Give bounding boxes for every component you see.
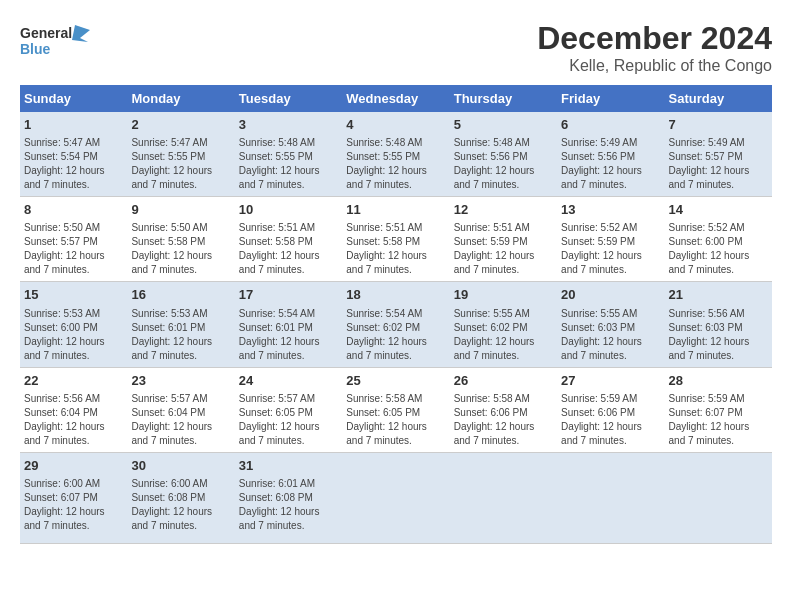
calendar-week-row: 1Sunrise: 5:47 AM Sunset: 5:54 PM Daylig… bbox=[20, 112, 772, 197]
day-number: 6 bbox=[561, 116, 660, 134]
calendar-day-cell: 1Sunrise: 5:47 AM Sunset: 5:54 PM Daylig… bbox=[20, 112, 127, 197]
day-info: Sunrise: 5:59 AM Sunset: 6:06 PM Dayligh… bbox=[561, 392, 660, 448]
day-info: Sunrise: 5:50 AM Sunset: 5:57 PM Dayligh… bbox=[24, 221, 123, 277]
svg-text:General: General bbox=[20, 25, 72, 41]
calendar-day-header: Sunday bbox=[20, 85, 127, 112]
day-number: 22 bbox=[24, 372, 123, 390]
day-info: Sunrise: 5:47 AM Sunset: 5:54 PM Dayligh… bbox=[24, 136, 123, 192]
day-info: Sunrise: 6:00 AM Sunset: 6:08 PM Dayligh… bbox=[131, 477, 230, 533]
calendar-day-cell: 19Sunrise: 5:55 AM Sunset: 6:02 PM Dayli… bbox=[450, 282, 557, 367]
calendar-day-cell: 15Sunrise: 5:53 AM Sunset: 6:00 PM Dayli… bbox=[20, 282, 127, 367]
day-info: Sunrise: 5:54 AM Sunset: 6:01 PM Dayligh… bbox=[239, 307, 338, 363]
calendar-day-cell: 18Sunrise: 5:54 AM Sunset: 6:02 PM Dayli… bbox=[342, 282, 449, 367]
day-info: Sunrise: 5:51 AM Sunset: 5:59 PM Dayligh… bbox=[454, 221, 553, 277]
page-subtitle: Kelle, Republic of the Congo bbox=[537, 57, 772, 75]
day-number: 19 bbox=[454, 286, 553, 304]
calendar-day-cell: 31Sunrise: 6:01 AM Sunset: 6:08 PM Dayli… bbox=[235, 452, 342, 543]
calendar-day-cell: 14Sunrise: 5:52 AM Sunset: 6:00 PM Dayli… bbox=[665, 197, 772, 282]
day-info: Sunrise: 5:56 AM Sunset: 6:03 PM Dayligh… bbox=[669, 307, 768, 363]
calendar-day-cell: 10Sunrise: 5:51 AM Sunset: 5:58 PM Dayli… bbox=[235, 197, 342, 282]
day-number: 17 bbox=[239, 286, 338, 304]
day-number: 7 bbox=[669, 116, 768, 134]
calendar-day-cell: 27Sunrise: 5:59 AM Sunset: 6:06 PM Dayli… bbox=[557, 367, 664, 452]
calendar-day-cell bbox=[450, 452, 557, 543]
calendar-day-cell: 25Sunrise: 5:58 AM Sunset: 6:05 PM Dayli… bbox=[342, 367, 449, 452]
title-area: December 2024 Kelle, Republic of the Con… bbox=[537, 20, 772, 75]
calendar-day-header: Thursday bbox=[450, 85, 557, 112]
day-number: 15 bbox=[24, 286, 123, 304]
day-number: 12 bbox=[454, 201, 553, 219]
calendar-day-cell: 26Sunrise: 5:58 AM Sunset: 6:06 PM Dayli… bbox=[450, 367, 557, 452]
calendar-table: SundayMondayTuesdayWednesdayThursdayFrid… bbox=[20, 85, 772, 544]
calendar-day-cell: 29Sunrise: 6:00 AM Sunset: 6:07 PM Dayli… bbox=[20, 452, 127, 543]
calendar-day-header: Tuesday bbox=[235, 85, 342, 112]
day-info: Sunrise: 5:58 AM Sunset: 6:06 PM Dayligh… bbox=[454, 392, 553, 448]
calendar-day-cell: 22Sunrise: 5:56 AM Sunset: 6:04 PM Dayli… bbox=[20, 367, 127, 452]
day-number: 13 bbox=[561, 201, 660, 219]
day-info: Sunrise: 5:50 AM Sunset: 5:58 PM Dayligh… bbox=[131, 221, 230, 277]
day-info: Sunrise: 5:48 AM Sunset: 5:56 PM Dayligh… bbox=[454, 136, 553, 192]
calendar-day-cell bbox=[665, 452, 772, 543]
day-number: 11 bbox=[346, 201, 445, 219]
day-number: 10 bbox=[239, 201, 338, 219]
day-info: Sunrise: 5:57 AM Sunset: 6:04 PM Dayligh… bbox=[131, 392, 230, 448]
day-info: Sunrise: 5:47 AM Sunset: 5:55 PM Dayligh… bbox=[131, 136, 230, 192]
day-number: 26 bbox=[454, 372, 553, 390]
calendar-day-cell: 13Sunrise: 5:52 AM Sunset: 5:59 PM Dayli… bbox=[557, 197, 664, 282]
day-number: 4 bbox=[346, 116, 445, 134]
calendar-day-cell: 7Sunrise: 5:49 AM Sunset: 5:57 PM Daylig… bbox=[665, 112, 772, 197]
day-info: Sunrise: 5:57 AM Sunset: 6:05 PM Dayligh… bbox=[239, 392, 338, 448]
calendar-week-row: 22Sunrise: 5:56 AM Sunset: 6:04 PM Dayli… bbox=[20, 367, 772, 452]
calendar-day-cell: 16Sunrise: 5:53 AM Sunset: 6:01 PM Dayli… bbox=[127, 282, 234, 367]
day-number: 1 bbox=[24, 116, 123, 134]
day-info: Sunrise: 5:55 AM Sunset: 6:03 PM Dayligh… bbox=[561, 307, 660, 363]
calendar-day-cell: 5Sunrise: 5:48 AM Sunset: 5:56 PM Daylig… bbox=[450, 112, 557, 197]
day-info: Sunrise: 5:55 AM Sunset: 6:02 PM Dayligh… bbox=[454, 307, 553, 363]
day-info: Sunrise: 5:52 AM Sunset: 5:59 PM Dayligh… bbox=[561, 221, 660, 277]
day-info: Sunrise: 5:54 AM Sunset: 6:02 PM Dayligh… bbox=[346, 307, 445, 363]
day-info: Sunrise: 5:56 AM Sunset: 6:04 PM Dayligh… bbox=[24, 392, 123, 448]
page-title: December 2024 bbox=[537, 20, 772, 57]
day-info: Sunrise: 5:53 AM Sunset: 6:01 PM Dayligh… bbox=[131, 307, 230, 363]
day-info: Sunrise: 5:59 AM Sunset: 6:07 PM Dayligh… bbox=[669, 392, 768, 448]
calendar-day-cell: 2Sunrise: 5:47 AM Sunset: 5:55 PM Daylig… bbox=[127, 112, 234, 197]
header: GeneralBlue December 2024 Kelle, Republi… bbox=[20, 20, 772, 75]
day-info: Sunrise: 5:58 AM Sunset: 6:05 PM Dayligh… bbox=[346, 392, 445, 448]
calendar-day-cell: 3Sunrise: 5:48 AM Sunset: 5:55 PM Daylig… bbox=[235, 112, 342, 197]
day-number: 2 bbox=[131, 116, 230, 134]
calendar-day-cell: 17Sunrise: 5:54 AM Sunset: 6:01 PM Dayli… bbox=[235, 282, 342, 367]
calendar-day-cell: 30Sunrise: 6:00 AM Sunset: 6:08 PM Dayli… bbox=[127, 452, 234, 543]
day-info: Sunrise: 6:00 AM Sunset: 6:07 PM Dayligh… bbox=[24, 477, 123, 533]
calendar-day-cell: 9Sunrise: 5:50 AM Sunset: 5:58 PM Daylig… bbox=[127, 197, 234, 282]
day-number: 31 bbox=[239, 457, 338, 475]
calendar-day-cell: 11Sunrise: 5:51 AM Sunset: 5:58 PM Dayli… bbox=[342, 197, 449, 282]
day-info: Sunrise: 5:52 AM Sunset: 6:00 PM Dayligh… bbox=[669, 221, 768, 277]
calendar-day-cell: 12Sunrise: 5:51 AM Sunset: 5:59 PM Dayli… bbox=[450, 197, 557, 282]
day-number: 16 bbox=[131, 286, 230, 304]
calendar-day-header: Saturday bbox=[665, 85, 772, 112]
calendar-week-row: 29Sunrise: 6:00 AM Sunset: 6:07 PM Dayli… bbox=[20, 452, 772, 543]
logo-svg: GeneralBlue bbox=[20, 20, 90, 60]
day-number: 14 bbox=[669, 201, 768, 219]
day-number: 9 bbox=[131, 201, 230, 219]
calendar-header-row: SundayMondayTuesdayWednesdayThursdayFrid… bbox=[20, 85, 772, 112]
day-info: Sunrise: 5:48 AM Sunset: 5:55 PM Dayligh… bbox=[239, 136, 338, 192]
calendar-day-header: Friday bbox=[557, 85, 664, 112]
day-info: Sunrise: 5:48 AM Sunset: 5:55 PM Dayligh… bbox=[346, 136, 445, 192]
calendar-day-header: Wednesday bbox=[342, 85, 449, 112]
day-number: 29 bbox=[24, 457, 123, 475]
calendar-day-cell: 28Sunrise: 5:59 AM Sunset: 6:07 PM Dayli… bbox=[665, 367, 772, 452]
day-info: Sunrise: 6:01 AM Sunset: 6:08 PM Dayligh… bbox=[239, 477, 338, 533]
day-number: 20 bbox=[561, 286, 660, 304]
day-info: Sunrise: 5:49 AM Sunset: 5:57 PM Dayligh… bbox=[669, 136, 768, 192]
calendar-day-cell: 24Sunrise: 5:57 AM Sunset: 6:05 PM Dayli… bbox=[235, 367, 342, 452]
svg-text:Blue: Blue bbox=[20, 41, 51, 57]
calendar-week-row: 15Sunrise: 5:53 AM Sunset: 6:00 PM Dayli… bbox=[20, 282, 772, 367]
calendar-day-cell bbox=[557, 452, 664, 543]
calendar-day-cell: 6Sunrise: 5:49 AM Sunset: 5:56 PM Daylig… bbox=[557, 112, 664, 197]
calendar-day-cell: 20Sunrise: 5:55 AM Sunset: 6:03 PM Dayli… bbox=[557, 282, 664, 367]
logo: GeneralBlue bbox=[20, 20, 90, 60]
day-number: 18 bbox=[346, 286, 445, 304]
day-info: Sunrise: 5:51 AM Sunset: 5:58 PM Dayligh… bbox=[239, 221, 338, 277]
calendar-day-cell: 21Sunrise: 5:56 AM Sunset: 6:03 PM Dayli… bbox=[665, 282, 772, 367]
